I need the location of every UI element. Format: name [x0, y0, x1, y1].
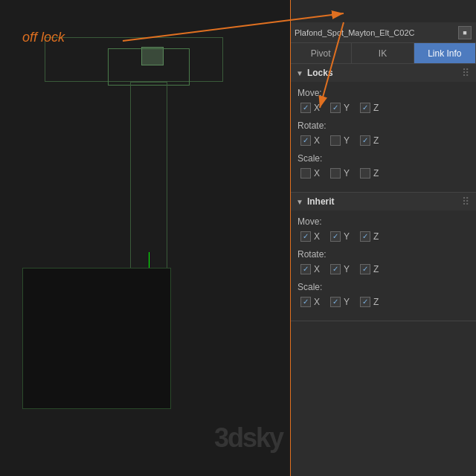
top-bar: ● ▬ [290, 0, 476, 22]
inherit-section-body: Move: X Y Z Rotate: [290, 210, 476, 321]
locks-move-y-checkbox[interactable] [330, 103, 341, 113]
locks-collapse-icon: ▼ [296, 69, 303, 77]
locks-section: ▼ Locks ⠿ Move: X Y [290, 64, 476, 193]
locks-move-x-label: X [314, 103, 320, 113]
inherit-scale-row: X Y Z [298, 297, 469, 307]
locks-scale-x[interactable]: X [300, 168, 320, 178]
locks-rotate-y[interactable]: Y [330, 135, 350, 146]
tab-pivot[interactable]: Pivot [290, 43, 352, 63]
inherit-move-y-checkbox[interactable] [330, 231, 341, 242]
inherit-rotate-z-checkbox[interactable] [360, 264, 370, 274]
locks-move-y[interactable]: Y [330, 103, 350, 113]
inherit-collapse-icon: ▼ [296, 198, 303, 206]
inherit-scale-y-checkbox[interactable] [330, 297, 341, 307]
inherit-scale-x-checkbox[interactable] [300, 297, 311, 307]
post-mesh [130, 82, 167, 275]
inherit-move-x[interactable]: X [300, 231, 320, 242]
locks-section-title: Locks [307, 68, 333, 78]
inherit-rotate-label: Rotate: [298, 249, 469, 260]
inherit-move-x-checkbox[interactable] [300, 231, 311, 242]
locks-move-x-checkbox[interactable] [300, 103, 311, 113]
inherit-rotate-x-label: X [314, 264, 320, 274]
locks-options-icon[interactable]: ⠿ [462, 67, 470, 79]
inherit-rotate-y-checkbox[interactable] [330, 264, 341, 274]
locks-scale-y-label: Y [344, 168, 350, 178]
locks-move-z-label: Z [373, 103, 379, 113]
inherit-move-z[interactable]: Z [360, 231, 379, 242]
inherit-section-title: Inherit [307, 196, 335, 207]
locks-rotate-z-label: Z [373, 135, 379, 146]
locks-rotate-z[interactable]: Z [360, 135, 379, 146]
inherit-rotate-y-label: Y [344, 264, 350, 274]
inherit-scale-y[interactable]: Y [330, 297, 350, 307]
inherit-rotate-row: X Y Z [298, 264, 469, 274]
tab-bar: Pivot IK Link Info [290, 43, 476, 64]
locks-section-header[interactable]: ▼ Locks ⠿ [290, 64, 476, 82]
locks-move-x[interactable]: X [300, 103, 320, 113]
locks-scale-x-checkbox[interactable] [300, 168, 311, 178]
tab-ik[interactable]: IK [352, 43, 414, 63]
inherit-move-y-label: Y [344, 231, 350, 242]
locks-move-y-label: Y [344, 103, 350, 113]
locks-scale-z[interactable]: Z [360, 168, 379, 178]
object-name: Plafond_Spot_Mayton_Elt_C02C [295, 28, 456, 37]
inherit-scale-x-label: X [314, 297, 320, 307]
inherit-scale-z-label: Z [373, 297, 379, 307]
viewport-panel-separator [290, 0, 291, 476]
locks-move-label: Move: [298, 88, 469, 98]
inherit-move-z-checkbox[interactable] [360, 231, 370, 242]
tab-link-info[interactable]: Link Info [414, 43, 476, 63]
inherit-rotate-z[interactable]: Z [360, 264, 379, 274]
locks-rotate-x-label: X [314, 135, 320, 146]
locks-scale-y-checkbox[interactable] [330, 168, 341, 178]
inherit-move-z-label: Z [373, 231, 379, 242]
lamp-head-mesh [108, 48, 190, 86]
locks-scale-z-label: Z [373, 168, 379, 178]
inherit-move-y[interactable]: Y [330, 231, 350, 242]
inherit-options-icon[interactable]: ⠿ [462, 196, 470, 208]
locks-rotate-x[interactable]: X [300, 135, 320, 146]
locks-scale-row: X Y Z [298, 168, 469, 178]
object-name-bar: Plafond_Spot_Mayton_Elt_C02C ■ [290, 22, 476, 43]
inherit-rotate-x-checkbox[interactable] [300, 264, 311, 274]
inherit-scale-label: Scale: [298, 282, 469, 292]
locks-scale-z-checkbox[interactable] [360, 168, 370, 178]
inherit-scale-z[interactable]: Z [360, 297, 379, 307]
right-panel: ● ▬ Plafond_Spot_Mayton_Elt_C02C ■ Pivot… [290, 0, 476, 476]
locks-rotate-y-label: Y [344, 135, 350, 146]
locks-scale-label: Scale: [298, 153, 469, 164]
inherit-scale-x[interactable]: X [300, 297, 320, 307]
viewport[interactable] [0, 0, 290, 476]
color-swatch[interactable]: ■ [458, 26, 472, 39]
inherit-move-row: X Y Z [298, 231, 469, 242]
panel-content: ▼ Locks ⠿ Move: X Y [290, 64, 476, 476]
locks-move-z-checkbox[interactable] [360, 103, 370, 113]
inherit-rotate-x[interactable]: X [300, 264, 320, 274]
inherit-scale-y-label: Y [344, 297, 350, 307]
locks-rotate-z-checkbox[interactable] [360, 135, 370, 146]
locks-scale-y[interactable]: Y [330, 168, 350, 178]
locks-rotate-x-checkbox[interactable] [300, 135, 311, 146]
locks-scale-x-label: X [314, 168, 320, 178]
locks-move-row: X Y Z [298, 103, 469, 113]
locks-move-z[interactable]: Z [360, 103, 379, 113]
locks-rotate-y-checkbox[interactable] [330, 135, 341, 146]
inherit-move-x-label: X [314, 231, 320, 242]
base-mesh [22, 268, 171, 409]
inherit-move-label: Move: [298, 216, 469, 227]
inherit-section: ▼ Inherit ⠿ Move: X Y [290, 193, 476, 321]
locks-rotate-label: Rotate: [298, 120, 469, 131]
locks-section-body: Move: X Y Z Rotate: [290, 82, 476, 192]
inherit-scale-z-checkbox[interactable] [360, 297, 370, 307]
inherit-rotate-z-label: Z [373, 264, 379, 274]
locks-rotate-row: X Y Z [298, 135, 469, 146]
inherit-section-header[interactable]: ▼ Inherit ⠿ [290, 193, 476, 210]
inherit-rotate-y[interactable]: Y [330, 264, 350, 274]
